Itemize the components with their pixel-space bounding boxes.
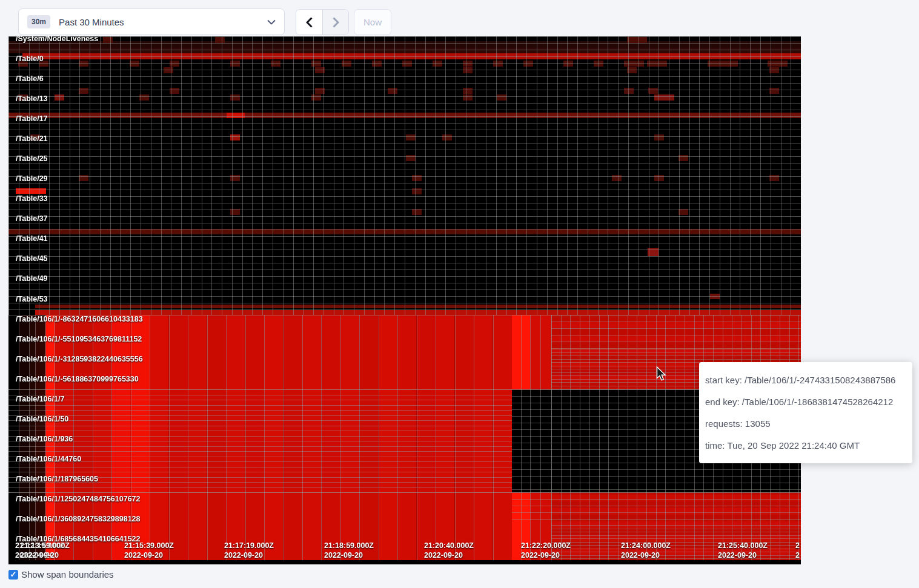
show-span-boundaries-toggle[interactable]: ✓ Show span boundaries	[8, 569, 114, 580]
chevron-down-icon	[267, 19, 276, 25]
tooltip-end-key: end key: /Table/106/1/-18683814745282642…	[705, 391, 906, 413]
tooltip-requests: requests: 13055	[705, 413, 906, 435]
next-window-button[interactable]	[322, 10, 348, 35]
time-window-badge: 30m	[27, 15, 50, 28]
show-span-boundaries-checkbox[interactable]: ✓	[8, 570, 18, 580]
tooltip-start-key: start key: /Table/106/1/-247433150824388…	[705, 369, 906, 391]
time-navigation-buttons	[296, 9, 349, 35]
now-button[interactable]: Now	[354, 9, 391, 35]
heatmap-canvas[interactable]	[8, 36, 801, 564]
previous-window-button[interactable]	[296, 10, 322, 35]
time-window-label: Past 30 Minutes	[59, 17, 267, 27]
key-visualizer-page: 30m Past 30 Minutes Now /System/NodeLive…	[0, 0, 919, 588]
time-window-dropdown[interactable]: 30m Past 30 Minutes	[18, 8, 285, 35]
chevron-right-icon	[333, 17, 339, 28]
chevron-left-icon	[306, 17, 313, 28]
tooltip-time: time: Tue, 20 Sep 2022 21:24:40 GMT	[705, 435, 906, 457]
key-visualizer-heatmap[interactable]: /System/NodeLiveness/Table/0/Table/6/Tab…	[8, 36, 801, 564]
heatmap-tooltip: start key: /Table/106/1/-247433150824388…	[699, 362, 912, 463]
show-span-boundaries-label: Show span boundaries	[21, 569, 114, 580]
